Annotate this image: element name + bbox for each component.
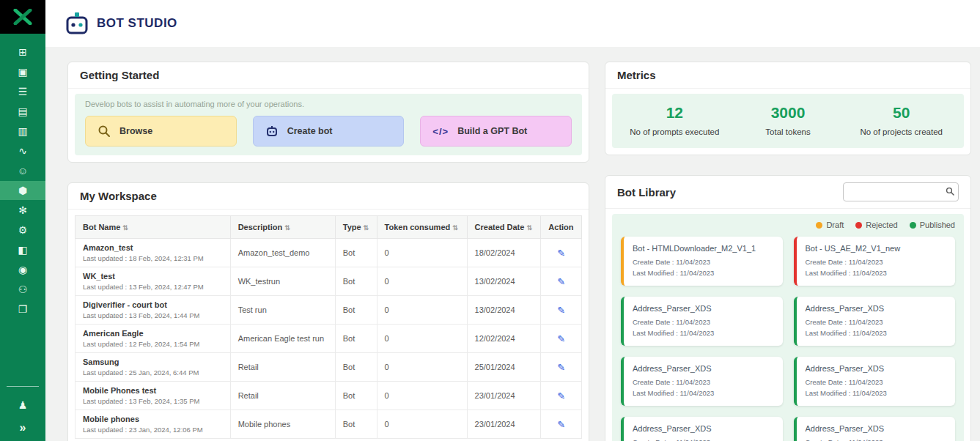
- sidebar-item-reports[interactable]: ▥: [0, 122, 45, 141]
- metric-value: 3000: [732, 104, 845, 122]
- expand-sidebar-button[interactable]: »: [0, 415, 45, 440]
- bot-type: Bot: [335, 267, 377, 296]
- sidebar-item-dashboard[interactable]: ⊞: [0, 42, 45, 62]
- edit-icon[interactable]: ✎: [557, 305, 565, 316]
- sidebar-item-analytics[interactable]: ◧: [0, 240, 45, 259]
- bot-card-create-date: Create Date : 11/04/2023: [633, 318, 774, 326]
- bot-card[interactable]: Address_Parser_XDS Create Date : 11/04/2…: [794, 297, 956, 346]
- sidebar-item-documents[interactable]: ❐: [0, 300, 45, 319]
- sidebar-item-media[interactable]: ▣: [0, 62, 45, 81]
- bot-card-name: Address_Parser_XDS: [633, 364, 774, 373]
- bot-card-create-date: Create Date : 11/04/2023: [806, 258, 947, 266]
- brand-title: BOT STUDIO: [97, 16, 177, 31]
- bot-card[interactable]: Address_Parser_XDS Create Date : 11/04/2…: [621, 357, 783, 406]
- bot-created-date: 12/02/2024: [467, 325, 541, 353]
- bot-name: American Eagle: [83, 329, 223, 338]
- bot-library-body: Draft Rejected Published Bot - HTMLDownl…: [612, 214, 964, 441]
- bot-card[interactable]: Bot - US_AE_M2_V1_new Create Date : 11/0…: [794, 237, 956, 286]
- bot-card[interactable]: Address_Parser_XDS Create Date : 11/04/2…: [621, 297, 783, 346]
- bot-last-updated: Last updated : 25 Jan, 2024, 6:44 PM: [83, 368, 223, 377]
- bot-created-date: 13/02/2024: [467, 267, 541, 296]
- metric-label: Total tokens: [732, 127, 845, 136]
- sidebar-item-integrations[interactable]: ✻: [0, 201, 45, 220]
- legend-draft: Draft: [816, 220, 844, 229]
- sidebar-item-lists[interactable]: ☰: [0, 82, 45, 101]
- sidebar-item-automation[interactable]: ⚇: [0, 280, 45, 299]
- sort-icon: ⇅: [526, 224, 532, 231]
- profile-button[interactable]: ♟: [0, 396, 45, 415]
- column-header-type[interactable]: Type⇅: [335, 216, 377, 239]
- bot-library-card: Bot Library Draft Rejected Published: [605, 175, 971, 441]
- bot-card[interactable]: Address_Parser_XDS Create Date : 11/04/2…: [621, 417, 783, 441]
- create-bot-button[interactable]: Create bot: [253, 116, 405, 147]
- edit-icon[interactable]: ✎: [557, 248, 565, 259]
- bot-name: WK_test: [83, 272, 223, 281]
- bot-last-updated: Last updated : 13 Feb, 2024, 12:47 PM: [83, 283, 223, 291]
- sidebar-item-bot-studio[interactable]: ⬢: [0, 181, 45, 200]
- build-gpt-bot-button-label: Build a GPT Bot: [457, 126, 527, 136]
- bot-card-last-modified: Last Modified : 11/04/2023: [806, 329, 947, 337]
- search-icon: [97, 125, 111, 138]
- bot-type: Bot: [335, 239, 377, 267]
- bot-name: Mobile Phones test: [83, 386, 223, 395]
- sidebar-item-chatbot[interactable]: ☺: [0, 161, 45, 180]
- edit-icon[interactable]: ✎: [557, 390, 565, 401]
- gear-icon: ⚙: [18, 224, 28, 236]
- browse-button[interactable]: Browse: [85, 116, 237, 147]
- table-row: American EagleLast updated : 12 Feb, 202…: [75, 325, 582, 353]
- sidebar: ⊞ ▣ ☰ ▤ ▥ ∿ ☺ ⬢ ✻ ⚙ ◧ ◉ ⚇ ❐ ♟ »: [0, 0, 45, 441]
- status-legend: Draft Rejected Published: [621, 220, 955, 229]
- bot-description: Test run: [230, 296, 335, 325]
- bot-card-name: Address_Parser_XDS: [633, 424, 774, 433]
- bot-card[interactable]: Bot - HTMLDownloader_M2_V1_1 Create Date…: [621, 237, 783, 286]
- bot-card[interactable]: Address_Parser_XDS Create Date : 11/04/2…: [794, 357, 956, 406]
- bot-name: Digiverifier - court bot: [83, 300, 223, 309]
- sidebar-divider: [7, 386, 39, 387]
- column-header-description[interactable]: Description⇅: [230, 216, 335, 239]
- bot-card-name: Address_Parser_XDS: [806, 364, 947, 373]
- bot-type: Bot: [335, 382, 377, 410]
- published-dot-icon: [910, 222, 916, 229]
- edit-icon[interactable]: ✎: [557, 276, 565, 287]
- top-bar: BOT STUDIO: [45, 0, 980, 47]
- sidebar-bottom: ♟ »: [0, 386, 45, 441]
- column-header-token-consumed[interactable]: Token consumed⇅: [377, 216, 467, 239]
- bot-name: Amazon_test: [83, 243, 223, 252]
- sidebar-item-settings[interactable]: ⚙: [0, 220, 45, 240]
- column-header-bot-name[interactable]: Bot Name⇅: [75, 216, 231, 239]
- bot-card-create-date: Create Date : 11/04/2023: [633, 378, 774, 386]
- column-header-action: Action: [541, 216, 582, 239]
- edit-icon[interactable]: ✎: [557, 419, 565, 430]
- sidebar-item-notifications[interactable]: ◉: [0, 260, 45, 279]
- bot-studio-logo-icon: [65, 11, 89, 36]
- bot-card-name: Bot - US_AE_M2_V1_new: [806, 244, 947, 253]
- sidebar-nav: ⊞ ▣ ☰ ▤ ▥ ∿ ☺ ⬢ ✻ ⚙ ◧ ◉ ⚇ ❐: [0, 34, 45, 319]
- bot-description: Amazon_test_demo: [230, 239, 335, 267]
- bot-card-last-modified: Last Modified : 11/04/2023: [806, 389, 947, 397]
- bot-description: American Eagle test run: [230, 325, 335, 353]
- bot-tokens: 0: [377, 239, 467, 267]
- bot-created-date: 18/02/2024: [467, 239, 541, 267]
- edit-icon[interactable]: ✎: [557, 362, 565, 373]
- brand: BOT STUDIO: [65, 11, 177, 36]
- sidebar-item-storage[interactable]: ▤: [0, 102, 45, 121]
- rejected-dot-icon: [855, 222, 862, 229]
- bot-tokens: 0: [377, 325, 467, 353]
- bot-last-updated: Last updated : 13 Feb, 2024, 1:35 PM: [83, 397, 223, 405]
- search-input[interactable]: [843, 182, 959, 201]
- bot-card[interactable]: Address_Parser_XDS Create Date : 11/04/2…: [794, 417, 956, 441]
- bar-chart-icon: ▥: [18, 125, 27, 137]
- metric-label: No of projects created: [844, 127, 958, 136]
- bot-card-create-date: Create Date : 11/04/2023: [806, 318, 947, 326]
- main-area: BOT STUDIO Getting Started Develop bots …: [45, 0, 980, 441]
- left-column: Getting Started Develop bots to assist i…: [67, 62, 589, 441]
- bot-last-updated: Last updated : 18 Feb, 2024, 12:31 PM: [83, 254, 223, 262]
- sidebar-item-flows[interactable]: ∿: [0, 141, 45, 160]
- sort-icon: ⇅: [452, 224, 458, 231]
- edit-icon[interactable]: ✎: [557, 333, 565, 344]
- bot-tokens: 0: [377, 296, 467, 325]
- bot-library-header: Bot Library: [605, 176, 970, 209]
- build-gpt-bot-button[interactable]: </> Build a GPT Bot: [420, 116, 572, 147]
- company-logo[interactable]: [0, 0, 45, 34]
- column-header-created-date[interactable]: Created Date⇅: [467, 216, 541, 239]
